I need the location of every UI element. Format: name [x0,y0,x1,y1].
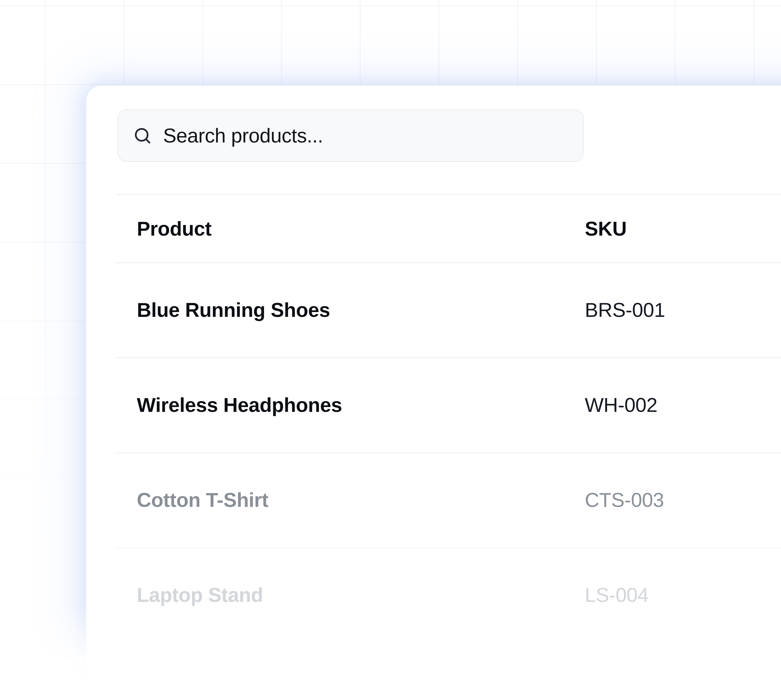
column-header-stock: Stock [764,217,781,240]
cell-sku: WH-002 [563,394,764,417]
column-header-sku: SKU [563,217,764,240]
cell-stock: 45 [764,299,781,322]
cell-product: Blue Running Shoes [115,299,563,322]
cell-product: Cotton T-Shirt [115,489,563,512]
table-header-row: Product SKU Stock Category [115,194,781,263]
column-header-product: Product [115,217,563,240]
table-row[interactable]: Wireless Headphones WH-002 23 Electronic… [115,358,781,453]
search-input[interactable] [163,124,568,147]
cell-sku: BRS-001 [563,299,764,322]
search-icon [133,126,152,145]
table-row[interactable]: Blue Running Shoes BRS-001 45 Footwear [115,263,781,358]
search-box[interactable] [117,109,584,162]
cell-product: Laptop Stand [115,584,563,607]
cell-product: Wireless Headphones [115,394,563,417]
products-table: Product SKU Stock Category Blue Running … [115,194,781,642]
cell-sku: LS-004 [563,584,764,607]
inventory-card: Product SKU Stock Category Blue Running … [86,85,781,700]
table-row[interactable]: Cotton T-Shirt CTS-003 0 Apparel [115,453,781,548]
cell-stock: 23 [764,394,781,417]
cell-stock: 0 [764,489,781,512]
cell-sku: CTS-003 [563,489,764,512]
page: Product SKU Stock Category Blue Running … [0,0,781,700]
cell-stock: 67 [764,584,781,607]
table-row[interactable]: Laptop Stand LS-004 67 Accessories [115,548,781,642]
